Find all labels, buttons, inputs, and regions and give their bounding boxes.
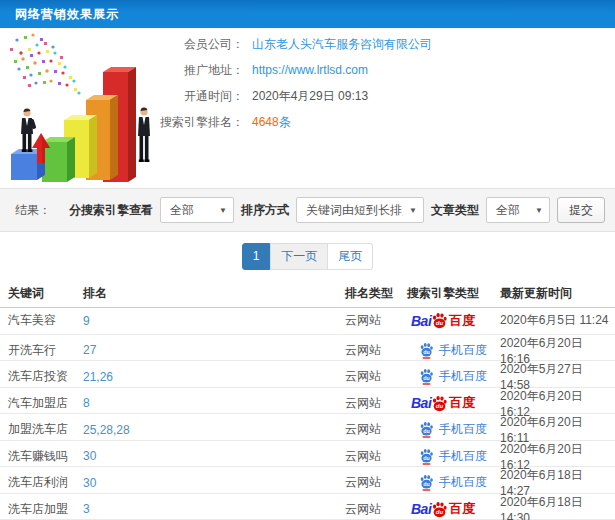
info-section: 会员公司： 山东老人头汽车服务咨询有限公司 推广地址： https://www.… [0, 28, 615, 188]
rank-cell[interactable]: 25,28,28 [83, 423, 345, 437]
submit-button[interactable]: 提交 [557, 197, 605, 223]
rank-type-cell: 云网站 [345, 395, 407, 412]
rank-row: 搜索引擎排名： 4648条 [152, 114, 432, 130]
rank-cell[interactable]: 30 [83, 449, 345, 463]
chevron-down-icon: ▼ [535, 206, 543, 215]
keyword-cell: 开洗车行 [8, 342, 83, 359]
page-button-current[interactable]: 1 [242, 243, 271, 270]
rank-cell[interactable]: 3 [83, 502, 345, 516]
table-header-row: 关键词 排名 排名类型 搜索引擎类型 最新更新时间 [0, 280, 615, 308]
businessman-right [138, 108, 150, 162]
table-body: 汽车美容 9 云网站 Bai du 百度 [0, 308, 615, 520]
chevron-down-icon: ▼ [219, 206, 227, 215]
baidu-logo: Bai du 百度 [411, 312, 475, 330]
mobile-baidu-paw-icon: du [419, 342, 434, 359]
baidu-logo-bai: Bai [411, 501, 431, 517]
mobile-baidu-text: 手机百度 [439, 474, 487, 491]
bar-chart-illustration [2, 30, 159, 186]
header-engine-type: 搜索引擎类型 [407, 285, 500, 302]
rank-type-cell: 云网站 [345, 474, 407, 491]
article-type-select[interactable]: 全部 ▼ [486, 197, 550, 223]
svg-text:du: du [423, 428, 429, 434]
keyword-cell: 加盟洗车店 [8, 421, 83, 438]
keyword-cell: 洗车赚钱吗 [8, 448, 83, 465]
page-title: 网络营销效果展示 [15, 6, 119, 23]
baidu-logo-cn: 百度 [449, 500, 475, 518]
table-row: 汽车美容 9 云网站 Bai du 百度 [0, 308, 615, 335]
rank-type-cell: 云网站 [345, 421, 407, 438]
url-label: 推广地址： [152, 62, 244, 78]
rank-type-cell: 云网站 [345, 342, 407, 359]
engine-cell: Bai du 百度 du [407, 474, 500, 491]
pagination: 1 下一页 尾页 [0, 232, 615, 280]
mobile-baidu-text: 手机百度 [439, 448, 487, 465]
rank-cell[interactable]: 21,26 [83, 370, 345, 384]
mobile-baidu-logo: du 手机百度 [419, 368, 487, 385]
last-page-button[interactable]: 尾页 [328, 243, 373, 270]
engine-cell: Bai du 百度 du [407, 448, 500, 465]
filter-group: 分搜索引擎查看 全部 ▼ 排序方式 关键词由短到长排序 ▼ 文章类型 全部 ▼ … [69, 197, 605, 223]
rank-cell[interactable]: 9 [83, 314, 345, 328]
rank-label: 搜索引擎排名： [152, 114, 244, 130]
engine-cell: Bai du 百度 du [407, 368, 500, 385]
company-row: 会员公司： 山东老人头汽车服务咨询有限公司 [152, 36, 432, 52]
baidu-logo-cn: 百度 [449, 394, 475, 412]
rank-type-cell: 云网站 [345, 448, 407, 465]
rank-cell[interactable]: 30 [83, 476, 345, 490]
chevron-down-icon: ▼ [409, 206, 417, 215]
type-filter-label: 文章类型 [431, 202, 479, 219]
engine-cell: Bai du 百度 du [407, 500, 500, 518]
mobile-baidu-logo: du 手机百度 [419, 421, 487, 438]
keyword-cell: 汽车美容 [8, 312, 83, 329]
mobile-baidu-logo: du 手机百度 [419, 474, 487, 491]
baidu-logo: Bai du 百度 [411, 394, 475, 412]
rank-count: 4648 [252, 115, 279, 129]
result-label: 结果： [15, 202, 51, 219]
header-rank-type: 排名类型 [345, 285, 407, 302]
svg-text:du: du [436, 321, 444, 327]
mobile-baidu-text: 手机百度 [439, 342, 487, 359]
mobile-baidu-paw-icon: du [419, 421, 434, 438]
baidu-paw-icon: du [431, 501, 448, 518]
header-rank: 排名 [83, 285, 345, 302]
member-info: 会员公司： 山东老人头汽车服务咨询有限公司 推广地址： https://www.… [152, 36, 432, 130]
table-row: 洗车店投资 21,26 云网站 Bai du 百度 [0, 361, 615, 388]
baidu-logo-bai: Bai [411, 313, 431, 329]
keyword-cell: 洗车店利润 [8, 474, 83, 491]
promo-url-link[interactable]: https://www.lrtlsd.com [252, 62, 368, 78]
mobile-baidu-logo: du 手机百度 [419, 448, 487, 465]
table-row: 汽车加盟店 8 云网站 Bai du 百度 [0, 388, 615, 415]
opened-label: 开通时间： [152, 88, 244, 104]
engine-select[interactable]: 全部 ▼ [160, 197, 234, 223]
svg-text:du: du [423, 454, 429, 460]
sort-select-value: 关键词由短到长排序 [306, 202, 403, 219]
rank-type-cell: 云网站 [345, 312, 407, 329]
rank-type-cell: 云网站 [345, 501, 407, 518]
rank-cell[interactable]: 8 [83, 396, 345, 410]
company-label: 会员公司： [152, 36, 244, 52]
header-keyword: 关键词 [8, 285, 83, 302]
engine-cell: Bai du 百度 du [407, 312, 500, 330]
table-row: 加盟洗车店 25,28,28 云网站 Bai du 百度 [0, 414, 615, 441]
type-select-value: 全部 [496, 202, 529, 219]
engine-cell: Bai du 百度 du [407, 394, 500, 412]
table-row: 洗车店利润 30 云网站 Bai du 百度 [0, 467, 615, 494]
table-row: 洗车店加盟 3 云网站 Bai du 百度 [0, 494, 615, 520]
sort-select[interactable]: 关键词由短到长排序 ▼ [296, 197, 424, 223]
updated-cell: 2020年6月18日 14:30 [500, 494, 615, 520]
baidu-logo: Bai du 百度 [411, 500, 475, 518]
mobile-baidu-logo: du 手机百度 [419, 342, 487, 359]
rank-cell[interactable]: 27 [83, 343, 345, 357]
keyword-cell: 汽车加盟店 [8, 395, 83, 412]
svg-text:du: du [436, 403, 444, 409]
header-bar: 网络营销效果展示 [0, 0, 615, 28]
keyword-cell: 洗车店投资 [8, 368, 83, 385]
engine-select-value: 全部 [170, 202, 213, 219]
svg-text:du: du [423, 481, 429, 487]
svg-text:du: du [423, 348, 429, 354]
baidu-logo-cn: 百度 [449, 312, 475, 330]
company-link[interactable]: 山东老人头汽车服务咨询有限公司 [252, 36, 432, 52]
filter-bar: 结果： 分搜索引擎查看 全部 ▼ 排序方式 关键词由短到长排序 ▼ 文章类型 全… [0, 188, 615, 232]
next-page-button[interactable]: 下一页 [270, 243, 328, 270]
results-table: 关键词 排名 排名类型 搜索引擎类型 最新更新时间 汽车美容 9 云网站 Bai… [0, 280, 615, 520]
